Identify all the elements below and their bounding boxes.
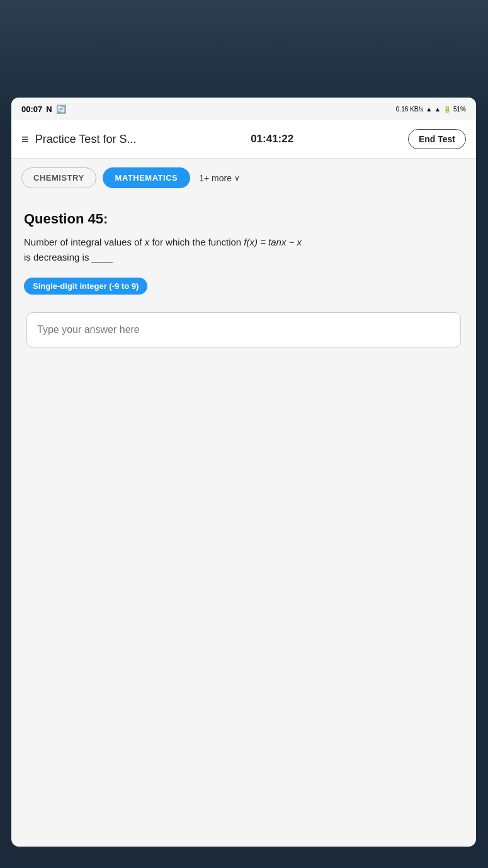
status-bar: 00:07 N 🔄 0.16 KB/s ▲ ▲ 🔋 51% <box>11 98 476 120</box>
tab-more-label: 1+ more <box>199 173 232 183</box>
question-text: Number of integral values of x for which… <box>24 235 463 265</box>
tab-mathematics[interactable]: MATHEMATICS <box>103 167 191 188</box>
end-test-button[interactable]: End Test <box>408 129 466 149</box>
question-number: Question 45: <box>24 211 463 227</box>
signal-icon: ▲ <box>434 106 441 113</box>
battery-percent: 51% <box>453 106 466 113</box>
timer-display: 01:41:22 <box>251 133 293 145</box>
answer-type-badge: Single-digit integer (-9 to 9) <box>24 278 147 295</box>
battery-icon: 🔋 <box>443 106 451 113</box>
refresh-icon: 🔄 <box>56 104 66 114</box>
chevron-down-icon: ∨ <box>234 174 240 183</box>
app-header: ≡ Practice Test for S... 01:41:22 End Te… <box>11 120 476 159</box>
status-left: 00:07 N 🔄 <box>21 104 66 114</box>
question-text-part2: is decreasing is ____ <box>24 252 113 262</box>
hamburger-icon[interactable]: ≡ <box>21 132 29 147</box>
status-right: 0.16 KB/s ▲ ▲ 🔋 51% <box>396 106 466 113</box>
app-title: Practice Test for S... <box>35 133 137 146</box>
status-time: 00:07 <box>21 104 42 114</box>
tabs-bar: CHEMISTRY MATHEMATICS 1+ more ∨ <box>11 159 476 197</box>
phone-screen: 00:07 N 🔄 0.16 KB/s ▲ ▲ 🔋 51% ≡ Practice… <box>11 98 476 847</box>
answer-input[interactable] <box>37 324 450 335</box>
network-speed: 0.16 KB/s <box>396 106 423 113</box>
main-content-area: Question 45: Number of integral values o… <box>11 197 476 347</box>
header-left: ≡ Practice Test for S... <box>21 132 136 147</box>
wifi-icon: ▲ <box>426 106 432 113</box>
notification-icon: N <box>46 104 52 114</box>
tab-more[interactable]: 1+ more ∨ <box>199 173 240 183</box>
question-area: Question 45: Number of integral values o… <box>11 197 476 347</box>
answer-input-container[interactable] <box>26 312 461 347</box>
question-text-part1: Number of integral values of x for which… <box>24 237 302 247</box>
tab-chemistry[interactable]: CHEMISTRY <box>21 167 96 188</box>
